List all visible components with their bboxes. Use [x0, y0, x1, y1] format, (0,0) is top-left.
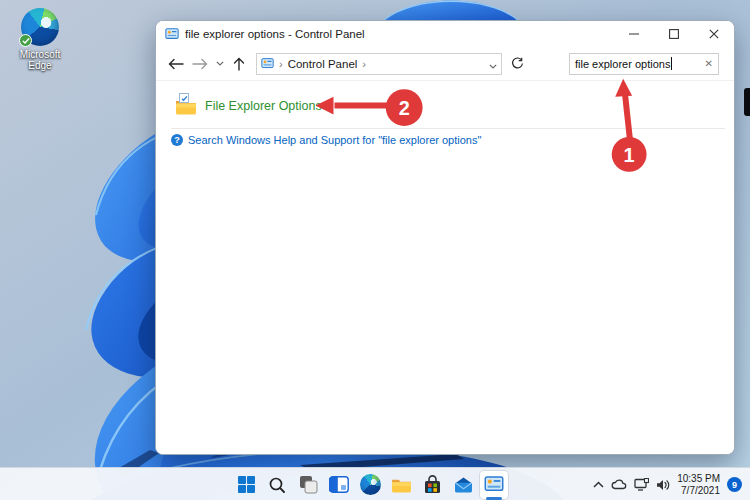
taskbar-icons: [231, 469, 509, 500]
edge-logo-icon: [21, 8, 59, 46]
shortcut-check-badge-icon: [19, 34, 32, 47]
help-search-link[interactable]: Search Windows Help and Support for "fil…: [188, 134, 481, 146]
results-divider: [171, 128, 725, 129]
result-row[interactable]: File Explorer Options: [175, 97, 322, 115]
system-tray: 10:35 PM 7/7/2021 9: [593, 468, 742, 500]
control-panel-app-icon: [165, 27, 179, 41]
navigation-toolbar: › Control Panel › file explorer options …: [156, 47, 734, 81]
minimize-button[interactable]: [614, 21, 654, 47]
volume-icon[interactable]: [656, 479, 670, 491]
search-value: file explorer options: [575, 58, 670, 70]
file-explorer-options-icon: [175, 97, 197, 115]
onedrive-cloud-icon[interactable]: [611, 479, 627, 490]
breadcrumb-location[interactable]: Control Panel: [288, 58, 358, 70]
shortcut-label: Microsoft Edge: [8, 49, 72, 71]
clock-time: 10:35 PM: [677, 473, 720, 485]
window-title: file explorer options - Control Panel: [185, 28, 365, 40]
address-bar[interactable]: › Control Panel ›: [256, 53, 502, 75]
clock-date: 7/7/2021: [677, 485, 720, 497]
up-button[interactable]: [227, 52, 251, 76]
store-button[interactable]: [417, 470, 447, 500]
maximize-button[interactable]: [654, 21, 694, 47]
text-caret: [671, 57, 672, 70]
widgets-button[interactable]: [324, 470, 354, 500]
edge-panel-handle[interactable]: [744, 88, 750, 116]
control-panel-crumb-icon: [261, 57, 274, 70]
control-panel-window: file explorer options - Control Panel: [155, 20, 735, 455]
refresh-button[interactable]: [505, 52, 529, 76]
edge-button[interactable]: [355, 470, 385, 500]
address-dropdown-chevron-icon[interactable]: [489, 55, 497, 73]
help-row[interactable]: ? Search Windows Help and Support for "f…: [171, 134, 481, 146]
edge-desktop-shortcut[interactable]: Microsoft Edge: [8, 8, 72, 71]
breadcrumb-separator: ›: [279, 58, 283, 70]
notification-badge[interactable]: 9: [727, 477, 742, 492]
back-button[interactable]: [164, 52, 188, 76]
network-icon[interactable]: [634, 478, 649, 491]
file-explorer-options-link[interactable]: File Explorer Options: [205, 99, 322, 113]
options-checkbox-badge-icon: [179, 93, 189, 103]
recent-locations-chevron-icon[interactable]: [212, 52, 227, 76]
taskbar: 10:35 PM 7/7/2021 9: [0, 467, 750, 500]
mail-button[interactable]: [448, 470, 478, 500]
clear-search-icon[interactable]: ✕: [705, 59, 713, 69]
breadcrumb-separator-tail[interactable]: ›: [362, 58, 366, 70]
search-button[interactable]: [262, 470, 292, 500]
control-panel-taskbar-button[interactable]: [479, 470, 509, 500]
search-input[interactable]: file explorer options ✕: [569, 53, 719, 75]
edge-icon: [360, 474, 381, 495]
titlebar[interactable]: file explorer options - Control Panel: [156, 21, 734, 47]
taskbar-clock[interactable]: 10:35 PM 7/7/2021: [677, 473, 720, 497]
search-results-panel: File Explorer Options ? Search Windows H…: [156, 81, 734, 454]
file-explorer-button[interactable]: [386, 470, 416, 500]
task-view-button[interactable]: [293, 470, 323, 500]
forward-button[interactable]: [188, 52, 212, 76]
tray-chevron-icon[interactable]: [593, 481, 604, 488]
start-button[interactable]: [231, 470, 261, 500]
close-button[interactable]: [694, 21, 734, 47]
help-question-icon: ?: [171, 134, 183, 146]
desktop: Microsoft Edge file explorer options - C…: [0, 0, 750, 500]
